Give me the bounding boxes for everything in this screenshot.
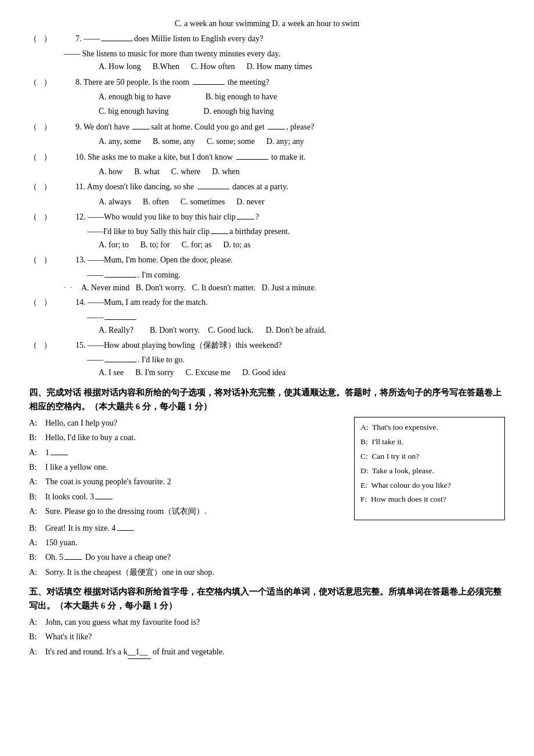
question-11: （ ） 11. Amy doesn't like dancing, so she… (29, 181, 505, 193)
q14-text: 14. ——Mum, I am ready for the match. (75, 296, 208, 309)
dlg4-b1-speaker: B: (29, 431, 45, 444)
rc-line-d: D: Take a look, please. (360, 465, 499, 478)
q8-opt-b: B. big enough to have (205, 91, 277, 103)
dlg5-b1: B: What's it like? (29, 631, 505, 643)
q7-text: 7. ——does Millie listen to English every… (75, 33, 263, 45)
dlg4-a5-speaker: A: (29, 537, 45, 549)
q10-opt-b: B. what (134, 165, 160, 178)
dlg4-a1: A: Hello, can I help you? (29, 417, 342, 430)
dlg4-a4: A: Sure. Please go to the dressing room（… (29, 505, 342, 518)
question-13: （ ） 13. ——Mum, I'm home. Open the door, … (29, 254, 505, 267)
q13-bracket: （ ） (29, 254, 75, 267)
question-12: （ ） 12. ——Who would you like to buy this… (29, 211, 505, 224)
q14-subtext: —— (29, 311, 505, 324)
q8-text: 8. There are 50 people. Is the room the … (75, 76, 269, 89)
q8-bracket: （ ） (29, 76, 75, 89)
q8-opt-a: A. enough big to have (99, 91, 171, 103)
q14-bracket: （ ） (29, 296, 75, 309)
dlg4-a5-text: 150 yuan. (45, 537, 505, 549)
q7-bracket: （ ） (29, 33, 75, 45)
dlg4-b1: B: Hello, I'd like to buy a coat. (29, 431, 342, 444)
q11-bracket: （ ） (29, 181, 75, 193)
dlg5-a2-speaker: A: (29, 646, 45, 659)
dlg4-a2: A: 1 (29, 447, 342, 459)
section4-right-box: A: That's too expensive. B: I'll take it… (354, 417, 505, 520)
q12-opt-a: A. for; to (99, 239, 129, 251)
dlg4-a3: A: The coat is young people's favourite.… (29, 476, 342, 488)
question-14: （ ） 14. ——Mum, I am ready for the match. (29, 296, 505, 309)
q12-opt-d: D. to; as (223, 239, 250, 251)
dlg4-b2-speaker: B: (29, 461, 45, 474)
q14-opt-d: D. Don't be afraid. (266, 326, 326, 334)
dlg4-b4-text: Great! It is my size. 4 (45, 522, 505, 535)
page-content: C. a week an hour swimming D. a week an … (29, 17, 505, 659)
q14-opt-a: A. Really? (99, 326, 134, 334)
q12-bracket: （ ） (29, 211, 75, 224)
question-10: （ ） 10. She asks me to make a kite, but … (29, 151, 505, 164)
q10-opt-a: A. how (99, 165, 122, 178)
q15-opt-b: B. I'm sorry (135, 366, 174, 379)
q7-options: A. How long B.When C. How often D. How m… (29, 60, 505, 73)
section4-dialogue-block: A: Hello, can I help you? B: Hello, I'd … (29, 417, 505, 520)
top-options-line: C. a week an hour swimming D. a week an … (29, 17, 505, 30)
q15-subtext: ——. I'd like to go. (29, 354, 505, 366)
dlg5-a2-text: It's red and round. It's a k__1__ of fru… (45, 646, 505, 659)
q7-opt-c: C. How often (191, 60, 235, 73)
q14-opt-b: B. Don't worry. (150, 326, 200, 334)
rc-line-b: B: I'll take it. (360, 435, 499, 449)
rc-line-a: A: That's too expensive. (360, 421, 499, 434)
q13-text: 13. ——Mum, I'm home. Open the door, plea… (75, 254, 233, 267)
q9-opt-b: B. some, any (153, 135, 195, 148)
rc-line-c: C: Can I try it on? (360, 450, 499, 463)
dlg4-b2-text: I like a yellow one. (45, 461, 342, 474)
dlg4-b1-text: Hello, I'd like to buy a coat. (45, 431, 342, 444)
dlg4-a3-speaker: A: (29, 476, 45, 488)
q15-text: 15. ——How about playing bowling（保龄球）this… (75, 339, 282, 352)
dlg4-a1-text: Hello, can I help you? (45, 417, 342, 430)
q11-text: 11. Amy doesn't like dancing, so she dan… (75, 181, 288, 193)
q7-opt-b: B.When (153, 60, 179, 73)
dlg4-a3-text: The coat is young people's favourite. 2 (45, 476, 342, 488)
q9-opt-c: C. some; some (207, 135, 255, 148)
q11-opt-c: C. sometimes (181, 196, 225, 208)
dlg4-a2-speaker: A: (29, 447, 45, 459)
q12-opt-b: B. to; for (140, 239, 170, 251)
dlg4-a4-text: Sure. Please go to the dressing room（试衣间… (45, 505, 342, 518)
section4-header: 四、完成对话 根据对话内容和所给的句子选项，将对话补充完整，使其通顺达意。答题时… (29, 386, 505, 413)
dlg4-a2-text: 1 (45, 447, 342, 459)
q11-options: A. always B. often C. sometimes D. never (29, 196, 505, 208)
q12-opt-c: C. for; as (182, 239, 212, 251)
q12-text: 12. ——Who would you like to buy this hai… (75, 211, 259, 224)
q9-options: A. any, some B. some, any C. some; some … (29, 135, 505, 148)
q12-subtext: ——I'd like to buy Sally this hair clipa … (29, 225, 505, 238)
dlg4-b5-speaker: B: (29, 551, 45, 564)
q9-text: 9. We don't have salt at home. Could you… (75, 121, 314, 134)
q7-opt-d: D. How many times (247, 60, 312, 73)
q9-bracket: （ ） (29, 121, 75, 134)
q10-bracket: （ ） (29, 151, 75, 164)
q11-opt-b: B. often (143, 196, 169, 208)
dlg5-a2: A: It's red and round. It's a k__1__ of … (29, 646, 505, 659)
dlg5-a1-speaker: A: (29, 616, 45, 629)
dlg5-a1: A: John, can you guess what my favourite… (29, 616, 505, 629)
q15-bracket: （ ） (29, 339, 75, 352)
rc-line-e: E: What colour do you like? (360, 479, 499, 492)
q11-opt-d: D. never (236, 196, 264, 208)
dlg4-a5: A: 150 yuan. (29, 537, 505, 549)
section5-header: 五、对话填空 根据对话内容和所给首字母，在空格内填入一个适当的单词，使对话意思完… (29, 585, 505, 613)
q14-opt-c: C. Good luck. (208, 326, 254, 334)
q12-options: A. for; to B. to; for C. for; as D. to; … (29, 239, 505, 251)
q15-options: A. I see B. I'm sorry C. Excuse me D. Go… (29, 366, 505, 379)
dlg4-b4: B: Great! It is my size. 4 (29, 522, 505, 535)
q9-opt-a: A. any, some (99, 135, 141, 148)
question-7: （ ） 7. ——does Millie listen to English e… (29, 33, 505, 45)
q11-opt-a: A. always (99, 196, 131, 208)
dlg4-b3: B: It looks cool. 3 (29, 491, 342, 503)
q7-opt-a: A. How long (99, 60, 141, 73)
q9-opt-d: D. any; any (266, 135, 304, 148)
question-8: （ ） 8. There are 50 people. Is the room … (29, 76, 505, 89)
question-15: （ ） 15. ——How about playing bowling（保龄球）… (29, 339, 505, 352)
q7-subtext: —— She listens to music for more than tw… (29, 48, 505, 60)
dlg4-b5-text: Oh. 5 Do you have a cheap one? (45, 551, 505, 564)
question-9: （ ） 9. We don't have salt at home. Could… (29, 121, 505, 134)
